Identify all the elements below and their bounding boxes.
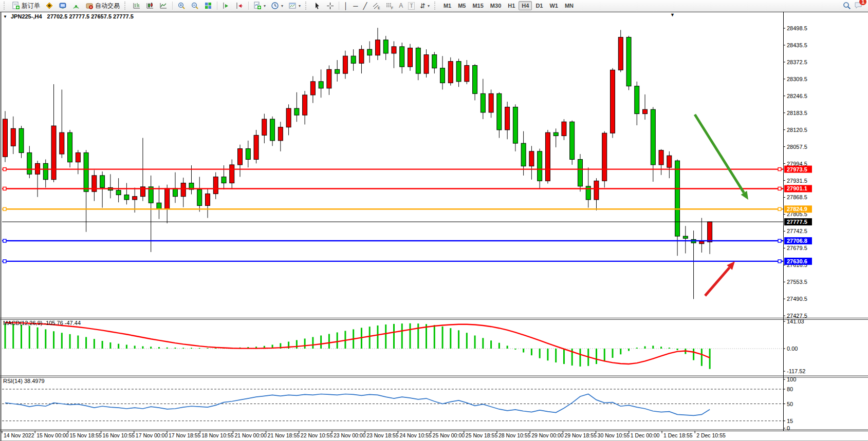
line-handle[interactable] [778,260,781,263]
chart-canvas[interactable]: 28498.528435.528372.528309.528246.528183… [0,12,868,441]
terminal-button[interactable] [57,0,69,11]
candle-body [594,181,599,200]
candle-body [659,150,663,165]
autotrade-button[interactable]: 自动交易 [83,0,122,11]
line-handle[interactable] [3,260,6,263]
line-handle[interactable] [3,239,6,242]
line-handle[interactable] [778,207,781,210]
new-order-button[interactable]: 新订单 [10,0,42,11]
chart-dropdown-arrow[interactable]: ▼ [670,12,675,17]
candle-body [448,62,453,83]
search-icon[interactable] [843,2,851,10]
new-order-icon [12,2,20,10]
candle-body [294,108,299,115]
candle-body [683,236,688,238]
text-tool[interactable]: A [397,0,405,11]
text-label-tool[interactable]: T [406,0,417,11]
crosshair-tool[interactable] [324,0,336,11]
timeframe-h4[interactable]: H4 [519,1,532,10]
trendline-tool[interactable]: ╱ [361,0,369,11]
templates-button[interactable]: ▾ [286,0,303,11]
toolbar-handle[interactable] [434,2,438,10]
candle-body [635,86,639,114]
line-handle[interactable] [778,168,781,171]
toolbar-handle[interactable] [124,2,128,10]
window-splitter[interactable] [0,12,2,441]
candle-body [84,152,88,191]
timeframe-d1[interactable]: D1 [532,1,546,10]
candle-body [481,93,485,112]
candle-body [124,195,129,200]
candle-body [165,188,170,209]
candle-body [618,37,623,70]
text-icon: A [399,3,403,9]
chart-window[interactable]: 28498.528435.528372.528309.528246.528183… [0,12,868,441]
svg-text:27824.9: 27824.9 [787,206,807,212]
indicators-button[interactable]: ▾ [251,0,268,11]
channel-tool[interactable]: E [370,0,382,11]
svg-text:30 Nov 10:55: 30 Nov 10:55 [598,432,630,438]
candle-body [11,128,15,146]
arrows-tool[interactable]: ⇵▾ [418,0,432,11]
candle-body [513,107,518,144]
bar-chart-button[interactable] [131,0,143,11]
timeframe-mn[interactable]: MN [562,1,577,10]
chart-shift-button[interactable] [233,0,246,11]
candle-body [51,126,56,180]
candle-body [133,197,137,200]
text-label-icon: T [408,2,415,10]
zoom-out-button[interactable] [189,0,201,11]
template-icon [288,2,297,10]
line-handle[interactable] [778,239,781,242]
timeframe-m1[interactable]: M1 [440,1,454,10]
vertical-line-tool[interactable]: │ [342,0,350,11]
candle-body [611,70,615,133]
line-handle[interactable] [3,207,6,210]
candle-body [570,122,575,159]
svg-text:-117.52: -117.52 [787,368,806,374]
cursor-tool[interactable] [311,0,323,11]
svg-text:22 Nov 10:55: 22 Nov 10:55 [301,432,333,438]
line-handle[interactable] [3,187,6,190]
line-handle[interactable] [3,168,6,171]
svg-text:27706.8: 27706.8 [787,238,807,244]
notifications-button[interactable]: 1 [854,1,863,10]
zoom-in-button[interactable] [175,0,188,11]
fibonacci-tool[interactable]: F [383,0,396,11]
timeframe-m30[interactable]: M30 [487,1,504,10]
toolbar-handle[interactable] [4,2,7,10]
candle-body [505,107,510,130]
candle-body [359,49,364,63]
candlestick-chart-button[interactable] [144,0,156,11]
chevron-down-icon: ▾ [428,4,430,8]
line-handle[interactable] [778,187,781,190]
candle-body [286,108,291,127]
candle-body [254,135,258,159]
svg-text:21 Nov 00:00: 21 Nov 00:00 [234,432,267,438]
candle-body [602,133,607,181]
time-axis[interactable]: 14 Nov 202215 Nov 00:0015 Nov 18:5516 No… [2,431,726,438]
arrows-icon: ⇵ [420,3,426,9]
timeframe-w1[interactable]: W1 [546,1,561,10]
svg-text:80: 80 [787,386,793,392]
crosshair-icon [326,2,334,10]
chart-menu-arrow-icon[interactable]: ▼ [3,14,7,19]
indicators-icon [253,2,262,10]
candle-body [408,48,413,67]
toolbar-handle[interactable] [305,2,309,10]
tile-windows-button[interactable] [202,0,214,11]
deposit-button[interactable] [43,0,56,11]
timeframe-m5[interactable]: M5 [455,1,469,10]
auto-scroll-button[interactable] [220,0,232,11]
candle-body [278,127,283,141]
candle-body [562,122,566,136]
periods-button[interactable]: ▾ [269,0,285,11]
candle-body [667,156,672,167]
line-chart-button[interactable] [157,0,170,11]
timeframe-m15[interactable]: M15 [469,1,486,10]
candle-body [197,189,202,205]
candle-body [651,109,655,165]
timeframe-h1[interactable]: H1 [505,1,518,10]
horizontal-line-tool[interactable]: ─ [351,0,360,11]
signal-button[interactable] [70,0,82,11]
